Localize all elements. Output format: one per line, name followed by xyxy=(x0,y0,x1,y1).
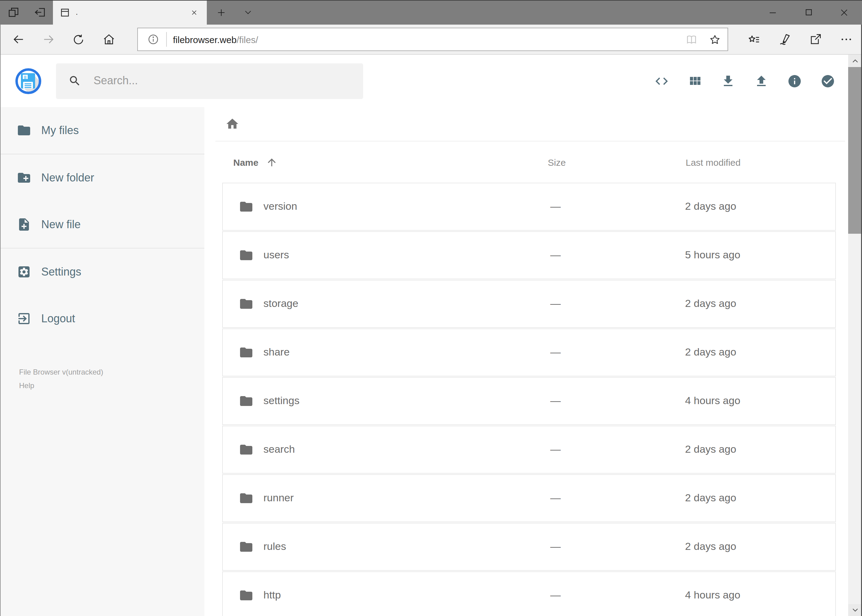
grid-view-icon xyxy=(687,74,702,88)
file-modified: 2 days ago xyxy=(685,201,736,213)
back-button[interactable] xyxy=(3,25,33,54)
file-row[interactable]: runner — 2 days ago xyxy=(222,474,836,522)
file-modified: 4 hours ago xyxy=(685,589,741,602)
folder-icon xyxy=(239,442,254,457)
scrollbar[interactable] xyxy=(848,55,862,616)
breadcrumb xyxy=(204,107,848,141)
home-icon xyxy=(102,33,115,46)
refresh-button[interactable] xyxy=(63,25,93,54)
sidebar-item-label: My files xyxy=(41,124,79,137)
raw-view-button[interactable] xyxy=(645,64,678,97)
download-button[interactable] xyxy=(711,64,744,97)
url-bar[interactable]: filebrowser.web/files/ xyxy=(137,28,728,51)
maximize-button[interactable] xyxy=(791,0,826,25)
file-row[interactable]: users — 5 hours ago xyxy=(222,231,836,279)
url-host: filebrowser.web xyxy=(173,34,236,45)
file-name: storage xyxy=(263,298,298,310)
hub-favorites-button[interactable] xyxy=(738,33,769,46)
file-row[interactable]: share — 2 days ago xyxy=(222,328,836,376)
code-icon xyxy=(654,74,669,88)
upload-icon xyxy=(754,74,769,88)
add-favorite-star-button[interactable] xyxy=(703,29,726,50)
sidebar-item-new-folder[interactable]: New folder xyxy=(0,154,204,201)
search-input[interactable] xyxy=(92,74,363,88)
tab-title: . xyxy=(76,8,187,17)
header-actions xyxy=(645,64,844,97)
tab-preview-button[interactable] xyxy=(0,0,27,25)
info-button[interactable] xyxy=(778,64,811,97)
download-icon xyxy=(720,74,735,88)
create-new-folder-icon xyxy=(17,170,32,185)
tab-list-button[interactable] xyxy=(235,0,261,25)
file-size: — xyxy=(550,443,561,456)
home-button[interactable] xyxy=(93,25,124,54)
browser-tab[interactable]: . xyxy=(53,0,207,25)
column-header-modified[interactable]: Last modified xyxy=(686,157,741,167)
file-row[interactable]: search — 2 days ago xyxy=(222,426,836,474)
sidebar-item-logout[interactable]: Logout xyxy=(0,295,204,342)
plus-icon xyxy=(216,8,225,17)
sidebar-item-settings[interactable]: Settings xyxy=(0,248,204,295)
file-row[interactable]: storage — 2 days ago xyxy=(222,280,836,328)
filebrowser-app: My files New folder xyxy=(0,55,848,616)
file-row[interactable]: http — 4 hours ago xyxy=(222,571,836,616)
back-icon xyxy=(11,33,25,46)
check-circle-icon xyxy=(820,74,835,88)
settings-more-button[interactable] xyxy=(830,33,861,46)
settings-gear-icon xyxy=(17,264,32,279)
file-modified: 2 days ago xyxy=(685,298,736,310)
file-name: http xyxy=(263,589,281,602)
folder-icon xyxy=(239,248,254,262)
page-icon xyxy=(60,7,70,17)
share-icon xyxy=(808,33,822,46)
sort-up-arrow-icon xyxy=(266,156,277,168)
scrollbar-thumb[interactable] xyxy=(848,67,862,234)
logout-icon xyxy=(17,311,32,326)
breadcrumb-home-button[interactable] xyxy=(220,112,244,136)
search-icon xyxy=(68,74,92,87)
file-row[interactable]: version — 2 days ago xyxy=(222,183,836,231)
select-multiple-button[interactable] xyxy=(811,64,844,97)
minimize-button[interactable] xyxy=(755,0,791,25)
url-divider xyxy=(166,32,167,47)
sidebar-item-label: New folder xyxy=(41,171,94,184)
help-link[interactable]: Help xyxy=(19,382,204,391)
tab-preview-icon xyxy=(7,6,19,19)
app-version-text: File Browser v(untracked) xyxy=(19,368,204,377)
sidebar-item-my-files[interactable]: My files xyxy=(0,107,204,154)
scroll-up-button[interactable] xyxy=(848,55,862,67)
file-modified: 2 days ago xyxy=(685,443,736,456)
column-header-size[interactable]: Size xyxy=(548,157,566,167)
file-row[interactable]: rules — 2 days ago xyxy=(222,523,836,571)
window-border-left xyxy=(0,25,1,616)
folder-icon xyxy=(239,539,254,554)
web-note-button[interactable] xyxy=(769,33,800,46)
grid-view-button[interactable] xyxy=(678,64,711,97)
share-button[interactable] xyxy=(800,33,830,46)
file-size: — xyxy=(550,249,561,261)
file-name: runner xyxy=(263,492,293,504)
filebrowser-logo[interactable] xyxy=(14,67,43,95)
search-box[interactable] xyxy=(56,63,363,99)
close-window-button[interactable] xyxy=(826,0,862,25)
new-tab-button[interactable] xyxy=(207,0,235,25)
site-info-icon[interactable] xyxy=(144,33,162,46)
app-body: My files New folder xyxy=(0,107,848,616)
file-name: users xyxy=(263,249,289,261)
sidebar-item-label: New file xyxy=(41,218,80,231)
sidebar-item-new-file[interactable]: New file xyxy=(0,201,204,248)
tab-close-button[interactable] xyxy=(187,6,201,19)
hub-icon xyxy=(747,33,760,46)
upload-button[interactable] xyxy=(744,64,778,97)
file-size: — xyxy=(550,395,561,407)
more-dots-icon xyxy=(839,33,853,46)
chevron-down-icon xyxy=(851,606,859,614)
set-tabs-aside-button[interactable] xyxy=(27,0,53,25)
file-size: — xyxy=(550,201,561,213)
scroll-down-button[interactable] xyxy=(848,604,862,616)
url-text: filebrowser.web/files/ xyxy=(173,34,679,45)
file-size: — xyxy=(550,589,561,602)
forward-button xyxy=(33,25,63,54)
file-row[interactable]: settings — 4 hours ago xyxy=(222,377,836,425)
column-header-name[interactable]: Name xyxy=(233,156,277,168)
